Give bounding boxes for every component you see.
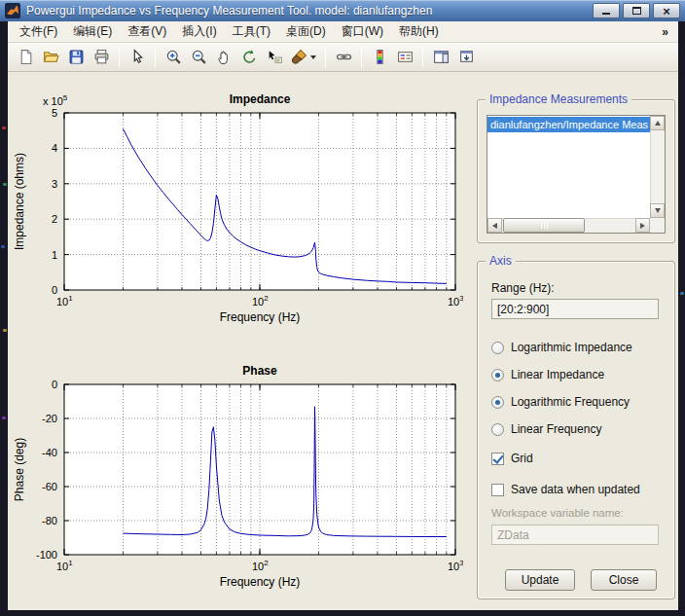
checkbox-save-data-when-updated[interactable]: Save data when updated <box>491 474 667 505</box>
new-document-button[interactable] <box>14 46 37 69</box>
close-icon: × <box>663 5 670 18</box>
print-button[interactable] <box>90 46 113 69</box>
link-plot-button[interactable] <box>332 46 355 69</box>
svg-text:3: 3 <box>52 178 57 190</box>
svg-text:-80: -80 <box>42 515 57 526</box>
menu-item-d[interactable]: 桌面(D) <box>278 20 334 43</box>
insert-colorbar-button[interactable] <box>368 46 391 69</box>
minimize-button[interactable] <box>593 3 620 18</box>
measurements-listbox[interactable]: dianlufangzhen/Impedance Meas <box>487 115 666 234</box>
svg-text:1: 1 <box>52 249 57 261</box>
zoom-out-button[interactable] <box>187 46 210 69</box>
dock-figure-button[interactable] <box>454 46 478 69</box>
hide-plot-tools-icon <box>433 49 450 65</box>
axis-panel: Axis Range (Hz): Logarithmic ImpedanceLi… <box>477 261 675 599</box>
checkbox-icon[interactable] <box>491 484 504 496</box>
menu-item-f[interactable]: 文件(F) <box>12 20 65 43</box>
radio-button-icon[interactable] <box>491 396 504 409</box>
brush-button[interactable] <box>288 46 319 69</box>
horizontal-scrollbar-thumb[interactable] <box>503 218 585 233</box>
arrow-up-icon <box>655 121 661 126</box>
toolbar-separator <box>155 48 156 67</box>
scroll-left-button[interactable] <box>487 218 502 233</box>
menu-item-i[interactable]: 插入(I) <box>174 20 224 43</box>
impedance-chart: 101102103012345ImpedanceFrequency (Hz)Im… <box>10 88 463 329</box>
svg-text:-20: -20 <box>42 413 57 424</box>
radio-label: Logarithmic Frequency <box>511 395 630 409</box>
checkbox-icon[interactable] <box>491 453 504 465</box>
checkbox-label: Grid <box>511 452 533 465</box>
menu-overflow-chevron-icon[interactable]: » <box>656 25 674 39</box>
checkbox-grid[interactable]: Grid <box>491 443 667 474</box>
radio-button-icon[interactable] <box>491 342 504 354</box>
scroll-up-button[interactable] <box>650 116 665 130</box>
arrow-left-icon <box>492 223 497 229</box>
impedance-measurements-panel: Impedance Measurements dianlufangzhen/Im… <box>477 99 675 243</box>
zoom-in-button[interactable] <box>162 46 185 69</box>
svg-text:Frequency (Hz): Frequency (Hz) <box>220 310 301 324</box>
scroll-down-button[interactable] <box>650 203 665 218</box>
brush-dropdown-arrow-icon[interactable] <box>310 55 316 59</box>
arrow-right-icon <box>640 223 645 229</box>
menu-item-e[interactable]: 编辑(E) <box>65 20 120 43</box>
svg-text:0: 0 <box>52 379 57 390</box>
radio-button-icon[interactable] <box>491 423 504 436</box>
toolbar-separator <box>325 48 326 67</box>
desktop-speck <box>2 417 6 419</box>
radio-linear-frequency[interactable]: Linear Frequency <box>491 416 667 443</box>
maximize-icon <box>632 7 641 15</box>
new-document-icon <box>18 49 34 65</box>
toolbar-separator <box>422 48 423 67</box>
rotate-3d-button[interactable] <box>237 46 261 69</box>
zoom-in-icon <box>165 49 182 65</box>
title-bar[interactable]: Powergui Impedance vs Frequency Measurem… <box>0 0 685 21</box>
svg-text:103: 103 <box>448 559 463 572</box>
svg-text:102: 102 <box>252 559 269 572</box>
pan-hand-button[interactable] <box>212 46 235 69</box>
scroll-right-button[interactable] <box>635 218 650 233</box>
listbox-horizontal-scrollbar[interactable] <box>487 218 650 233</box>
radio-logarithmic-frequency[interactable]: Logarithmic Frequency <box>491 388 667 416</box>
range-label: Range (Hz): <box>491 281 555 295</box>
toolbar-separator <box>361 48 362 67</box>
edit-plot-cursor-button[interactable] <box>126 46 149 69</box>
menu-item-t[interactable]: 工具(T) <box>225 20 278 43</box>
radio-button-icon[interactable] <box>491 369 504 381</box>
maximize-button[interactable] <box>623 3 650 18</box>
window-title: Powergui Impedance vs Frequency Measurem… <box>26 4 593 18</box>
insert-legend-icon <box>397 49 414 65</box>
update-button[interactable]: Update <box>505 569 575 591</box>
open-folder-button[interactable] <box>39 46 62 69</box>
toolbar-separator <box>119 48 120 67</box>
impedance-measurements-title: Impedance Measurements <box>486 92 631 106</box>
insert-legend-button[interactable] <box>393 46 416 69</box>
desktop-speck <box>1 245 5 248</box>
radio-label: Logarithmic Impedance <box>511 341 632 354</box>
svg-text:Phase (deg): Phase (deg) <box>13 438 26 501</box>
link-plot-icon <box>336 49 352 65</box>
radio-logarithmic-impedance[interactable]: Logarithmic Impedance <box>491 334 667 361</box>
hide-plot-tools-button[interactable] <box>429 46 452 69</box>
listbox-vertical-scrollbar[interactable] <box>650 116 665 218</box>
save-button[interactable] <box>64 46 88 69</box>
menu-item-h[interactable]: 帮助(H) <box>391 20 447 43</box>
svg-text:Impedance (ohms): Impedance (ohms) <box>13 153 26 250</box>
close-action-button[interactable]: Close <box>591 569 657 591</box>
radio-linear-impedance[interactable]: Linear Impedance <box>491 361 667 388</box>
insert-colorbar-icon <box>372 49 388 65</box>
menu-item-w[interactable]: 窗口(W) <box>334 20 391 43</box>
pan-hand-icon <box>216 49 233 65</box>
matlab-icon <box>5 3 20 18</box>
close-button[interactable]: × <box>653 3 680 18</box>
dock-figure-icon <box>458 49 475 65</box>
measurement-list-item[interactable]: dianlufangzhen/Impedance Meas <box>487 117 650 132</box>
data-cursor-button[interactable] <box>263 46 286 69</box>
checkbox-group: GridSave data when updated <box>491 443 667 505</box>
thumb-grip-icon <box>541 222 548 229</box>
range-input[interactable] <box>491 299 659 319</box>
workspace-variable-input <box>491 525 659 545</box>
workspace-variable-label: Workspace variable name: <box>491 507 624 519</box>
desktop-speck <box>2 127 6 129</box>
menu-item-v[interactable]: 查看(V) <box>120 20 174 43</box>
svg-text:101: 101 <box>56 294 73 308</box>
